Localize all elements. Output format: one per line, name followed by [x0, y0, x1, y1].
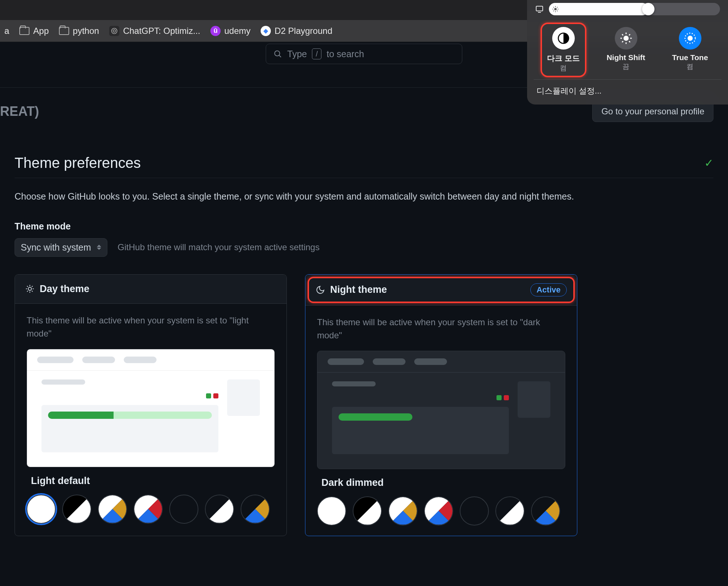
- preview-pill: [373, 358, 405, 365]
- swatch-light-high-contrast[interactable]: [62, 495, 91, 524]
- svg-rect-2: [536, 6, 543, 11]
- day-theme-description: This theme will be active when your syst…: [27, 314, 275, 340]
- screen-mirror-icon: [535, 5, 544, 13]
- swatch-dark-default[interactable]: [460, 496, 489, 526]
- search-icon: [273, 50, 282, 58]
- svg-line-32: [32, 291, 32, 291]
- active-badge: Active: [530, 283, 567, 296]
- svg-point-26: [28, 287, 32, 291]
- svg-line-21: [629, 34, 630, 35]
- select-caret-icon: [97, 245, 101, 250]
- night-swatch-row: [317, 493, 565, 526]
- day-theme-header: Day theme: [15, 275, 286, 304]
- section-description: Choose how GitHub looks to you. Select a…: [15, 190, 713, 204]
- search-input[interactable]: Type / to search: [266, 44, 462, 64]
- preview-pill: [328, 358, 364, 365]
- preview-green-bar: [339, 413, 412, 421]
- theme-mode-select[interactable]: Sync with system: [15, 238, 107, 257]
- preview-dot-green: [206, 393, 211, 398]
- svg-line-34: [32, 286, 32, 287]
- preview-pill: [37, 357, 74, 363]
- brightness-slider-row: [534, 0, 721, 20]
- preview-pill: [124, 357, 157, 363]
- preview-side-block: [518, 381, 550, 418]
- day-theme-preview[interactable]: [27, 349, 275, 467]
- section-title: Theme preferences: [15, 155, 141, 171]
- swatch-light-high-contrast[interactable]: [353, 496, 382, 526]
- svg-line-20: [622, 41, 623, 42]
- theme-mode-hint: GitHub theme will match your system acti…: [118, 242, 320, 252]
- control-center-toggles: 다크 모드 켬 Night Shift 끔 True Tone 켬: [534, 20, 721, 80]
- sun-icon: [25, 284, 35, 294]
- svg-line-19: [629, 41, 630, 42]
- svg-line-18: [622, 34, 623, 35]
- cc-display-settings[interactable]: 디스플레이 설정...: [534, 80, 721, 98]
- sun-icon: [552, 5, 559, 13]
- preview-block: [41, 405, 218, 452]
- preview-pill: [41, 379, 85, 385]
- theme-mode-select-value: Sync with system: [21, 242, 91, 253]
- cc-sub: 켬: [672, 62, 708, 71]
- swatch-dark-default[interactable]: [169, 495, 198, 524]
- night-shift-icon: [615, 27, 637, 50]
- cc-label: 다크 모드: [547, 53, 580, 63]
- svg-line-8: [553, 7, 554, 8]
- search-slash-key: /: [312, 48, 321, 59]
- swatch-dark-colorblind[interactable]: [531, 496, 560, 526]
- svg-point-24: [275, 51, 280, 56]
- cc-label: Night Shift: [606, 53, 645, 62]
- preview-dot-green: [496, 395, 502, 400]
- cc-night-shift[interactable]: Night Shift 끔: [606, 27, 645, 73]
- svg-point-3: [554, 8, 557, 11]
- swatch-light-default[interactable]: [27, 495, 56, 524]
- preview-pill: [414, 358, 447, 365]
- search-placeholder-suffix: to search: [327, 49, 364, 59]
- svg-line-33: [27, 291, 28, 291]
- cc-true-tone[interactable]: True Tone 켬: [672, 27, 708, 73]
- preview-pill: [82, 357, 115, 363]
- svg-line-10: [553, 11, 554, 11]
- day-theme-name: Light default: [27, 467, 275, 491]
- day-swatch-row: [27, 491, 275, 524]
- swatch-dark-high-contrast[interactable]: [495, 496, 525, 526]
- macos-control-center: 다크 모드 켬 Night Shift 끔 True Tone 켬 디스플레이 …: [527, 0, 728, 105]
- moon-icon: [316, 285, 325, 295]
- profile-name-partial: REAT): [0, 104, 39, 119]
- night-theme-description: This theme will be active when your syst…: [317, 316, 565, 342]
- theme-mode-row: Theme mode Sync with system GitHub theme…: [15, 221, 713, 257]
- night-theme-preview[interactable]: [317, 351, 565, 469]
- cc-sub: 끔: [606, 62, 645, 71]
- svg-line-9: [557, 11, 558, 11]
- brightness-knob[interactable]: [642, 3, 654, 15]
- true-tone-icon: [679, 27, 701, 50]
- night-theme-card: Night theme Active This theme will be ac…: [305, 274, 577, 536]
- svg-line-25: [279, 55, 281, 58]
- svg-line-31: [27, 286, 28, 287]
- swatch-light-default[interactable]: [317, 496, 346, 526]
- cc-label: True Tone: [672, 53, 708, 62]
- swatch-light-colorblind-1[interactable]: [98, 495, 127, 524]
- swatch-dark-colorblind[interactable]: [241, 495, 270, 524]
- cc-dark-mode[interactable]: 다크 모드 켬: [547, 27, 580, 73]
- preview-dot-red: [504, 395, 509, 400]
- swatch-light-colorblind-1[interactable]: [388, 496, 418, 526]
- search-wrap: Type / to search: [266, 44, 462, 64]
- dark-mode-icon: [552, 27, 575, 50]
- theme-mode-label: Theme mode: [15, 221, 713, 232]
- section-header: Theme preferences ✓: [15, 155, 713, 178]
- preview-green-bar: [48, 412, 212, 419]
- search-placeholder-prefix: Type: [287, 49, 307, 59]
- preview-dot-red: [213, 393, 218, 398]
- brightness-slider[interactable]: [549, 3, 720, 15]
- preview-pill: [332, 381, 376, 386]
- night-theme-title: Night theme: [330, 284, 387, 295]
- cc-sub: 켬: [547, 63, 580, 73]
- theme-preferences-section: Theme preferences ✓ Choose how GitHub lo…: [0, 122, 728, 551]
- swatch-light-colorblind-2[interactable]: [424, 496, 453, 526]
- swatch-light-colorblind-2[interactable]: [134, 495, 163, 524]
- swatch-dark-high-contrast[interactable]: [205, 495, 234, 524]
- preview-side-block: [227, 379, 260, 416]
- day-theme-card: Day theme This theme will be active when…: [15, 274, 287, 536]
- brightness-fill: [549, 3, 648, 15]
- check-icon: ✓: [704, 157, 713, 169]
